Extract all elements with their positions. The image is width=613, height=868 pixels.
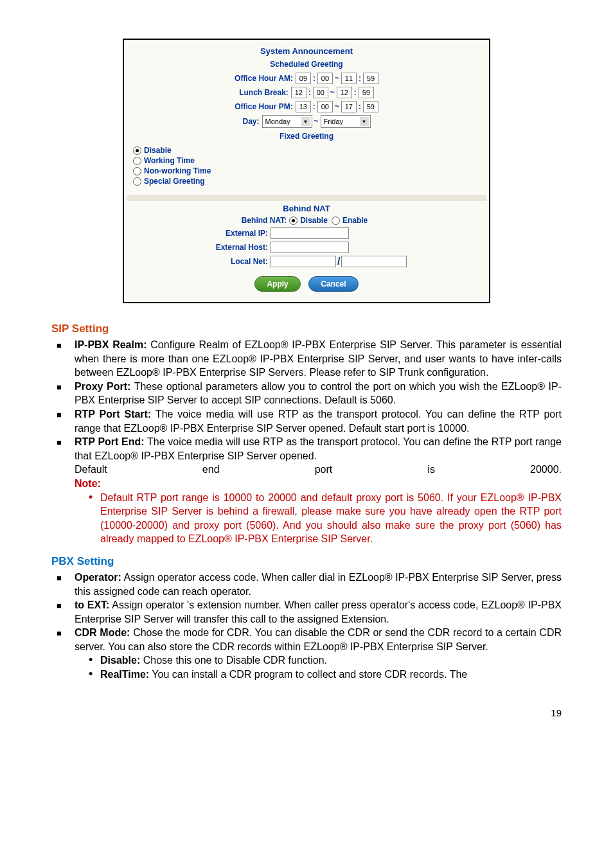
- day-to-select[interactable]: Friday▼: [321, 115, 371, 128]
- sub-item: RealTime: You can install a CDR program …: [100, 668, 562, 682]
- opt-working[interactable]: Working Time: [133, 156, 480, 165]
- office-pm-label: Office Hour PM:: [235, 102, 296, 111]
- radio-icon: [133, 177, 141, 186]
- office-pm-h1-input[interactable]: 13: [296, 101, 311, 112]
- scheduled-greeting-title: Scheduled Greeting: [127, 58, 486, 70]
- sip-setting-heading: SIP Setting: [51, 323, 562, 335]
- divider: [127, 195, 486, 201]
- opt-disable[interactable]: Disable: [133, 146, 480, 155]
- list-item: Proxy Port: These optional parameters al…: [75, 380, 562, 407]
- external-host-input[interactable]: [271, 242, 349, 253]
- lunch-label: Lunch Break:: [239, 88, 291, 97]
- opt-special[interactable]: Special Greeting: [133, 177, 480, 186]
- external-ip-input[interactable]: [271, 227, 349, 239]
- button-row: Apply Cancel: [127, 276, 486, 292]
- lunch-break-row: Lunch Break: 12 : 00 ~ 12 : 59: [127, 87, 486, 98]
- external-host-row: External Host:: [127, 242, 486, 253]
- list-item: RTP Port Start: The voice media will use…: [75, 407, 562, 435]
- list-item: IP-PBX Realm: Configure Realm of EZLoop®…: [75, 338, 562, 380]
- lunch-h1-input[interactable]: 12: [291, 87, 306, 98]
- behind-nat-label: Behind NAT:: [242, 216, 289, 225]
- radio-icon: [289, 217, 298, 225]
- radio-icon: [133, 146, 141, 155]
- office-pm-h2-input[interactable]: 17: [341, 101, 357, 112]
- office-am-h1-input[interactable]: 09: [296, 73, 311, 84]
- fixed-greeting-title: Fixed Greeting: [127, 130, 486, 142]
- day-row: Day: Monday▼ ~ Friday▼: [127, 115, 486, 128]
- local-net-row: Local Net: /: [127, 256, 486, 267]
- lunch-h2-input[interactable]: 12: [337, 87, 352, 98]
- external-host-label: External Host:: [204, 243, 271, 252]
- office-am-h2-input[interactable]: 11: [341, 73, 357, 84]
- nat-enable-radio[interactable]: Enable: [332, 216, 368, 225]
- system-announcement-title: System Announcement: [127, 46, 486, 56]
- lunch-m2-input[interactable]: 59: [359, 87, 374, 98]
- office-hour-am-row: Office Hour AM: 09 : 00 ~ 11 : 59: [127, 73, 486, 84]
- behind-nat-title: Behind NAT: [127, 204, 486, 213]
- radio-icon: [133, 157, 141, 165]
- behind-nat-row: Behind NAT: Disable Enable: [127, 216, 486, 225]
- local-net-label: Local Net:: [204, 257, 271, 266]
- opt-nonworking[interactable]: Non-working Time: [133, 166, 480, 175]
- page-number: 19: [51, 707, 562, 718]
- external-ip-row: External IP:: [127, 227, 486, 239]
- radio-icon: [332, 217, 340, 225]
- sub-item: Disable: Chose this one to Disable CDR f…: [100, 653, 562, 668]
- nat-disable-radio[interactable]: Disable: [289, 216, 328, 225]
- local-net-input[interactable]: [271, 256, 336, 267]
- office-pm-m2-input[interactable]: 59: [363, 101, 378, 112]
- note-item: Default RTP port range is 10000 to 20000…: [100, 491, 562, 546]
- config-screenshot: System Announcement Scheduled Greeting O…: [123, 39, 490, 303]
- list-item: to EXT: Assign operator 's extension num…: [75, 598, 562, 626]
- chevron-down-icon: ▼: [301, 117, 310, 126]
- list-item: RTP Port End: The voice media will use R…: [75, 435, 562, 546]
- apply-button[interactable]: Apply: [254, 276, 300, 292]
- local-net-mask-input[interactable]: [341, 256, 407, 267]
- chevron-down-icon: ▼: [360, 117, 369, 126]
- day-label: Day:: [242, 117, 262, 126]
- office-am-label: Office Hour AM:: [235, 74, 296, 83]
- day-from-select[interactable]: Monday▼: [262, 115, 312, 128]
- note-label: Note:: [75, 478, 101, 489]
- fixed-greeting-options: Disable Working Time Non-working Time Sp…: [127, 142, 486, 192]
- office-am-m1-input[interactable]: 00: [317, 73, 333, 84]
- lunch-m1-input[interactable]: 00: [313, 87, 328, 98]
- external-ip-label: External IP:: [204, 229, 271, 238]
- cancel-button[interactable]: Cancel: [308, 276, 358, 292]
- radio-icon: [133, 167, 141, 175]
- office-am-m2-input[interactable]: 59: [363, 73, 378, 84]
- list-item: CDR Mode: Chose the mode for CDR. You ca…: [75, 626, 562, 681]
- office-pm-m1-input[interactable]: 00: [317, 101, 333, 112]
- list-item: Operator: Assign operator access code. W…: [75, 571, 562, 598]
- office-hour-pm-row: Office Hour PM: 13 : 00 ~ 17 : 59: [127, 101, 486, 112]
- pbx-setting-heading: PBX Setting: [51, 555, 562, 568]
